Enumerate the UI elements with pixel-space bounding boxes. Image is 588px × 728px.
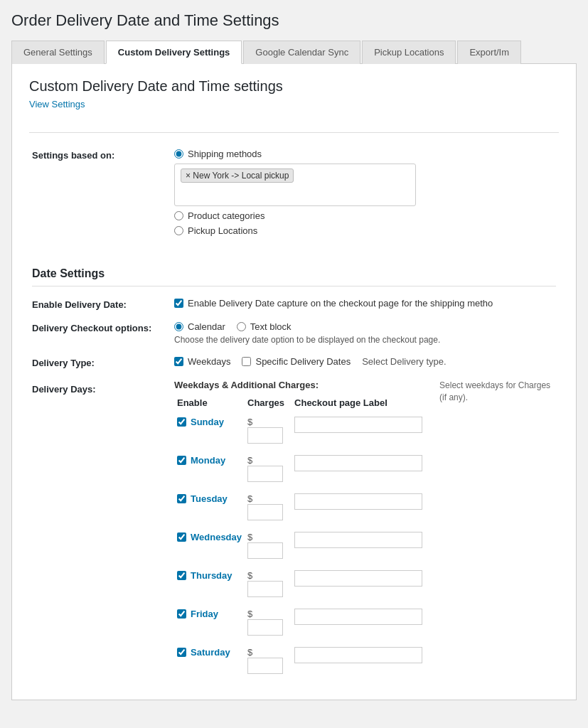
day-friday-label-input[interactable] — [294, 609, 422, 625]
table-row: Monday$ — [174, 449, 425, 488]
day-wednesday-checkbox[interactable] — [177, 532, 186, 542]
table-row: Wednesday$ — [174, 526, 425, 564]
date-settings-row: Date Settings — [29, 242, 559, 292]
day-wednesday-charge-input[interactable] — [247, 542, 283, 559]
enable-delivery-checkbox[interactable] — [174, 299, 183, 308]
specific-dates-checkbox[interactable] — [242, 357, 251, 366]
day-sunday-label-cell — [292, 411, 425, 449]
day-monday-charge-input[interactable] — [247, 466, 283, 482]
day-monday-label-input[interactable] — [294, 455, 422, 471]
dollar-sign-icon: $ — [247, 417, 252, 427]
day-sunday-checkbox-label[interactable]: Sunday — [177, 417, 242, 427]
day-wednesday-checkbox-label[interactable]: Wednesday — [177, 532, 242, 542]
day-tuesday-charge-cell: $ — [245, 488, 292, 526]
day-thursday-label-input[interactable] — [294, 570, 422, 587]
day-monday-label-cell — [292, 449, 425, 488]
day-thursday-charge-input[interactable] — [247, 581, 283, 597]
shipping-tag: × New York -> Local pickup — [181, 168, 294, 183]
view-settings-link[interactable]: View Settings — [29, 99, 85, 109]
col-charges: Charges — [245, 395, 292, 411]
day-wednesday-charge-cell: $ — [245, 526, 292, 564]
day-friday-charge-cell: $ — [245, 603, 292, 641]
day-friday-label: Friday — [191, 609, 218, 619]
dollar-sign-icon: $ — [247, 455, 252, 466]
shipping-methods-radio[interactable] — [174, 149, 183, 159]
shipping-methods-radio-item[interactable]: Shipping methods — [174, 149, 556, 159]
calendar-radio[interactable] — [174, 322, 183, 331]
day-tuesday-checkbox-label[interactable]: Tuesday — [177, 493, 242, 504]
table-row: Saturday$ — [174, 641, 425, 680]
day-tuesday-charge-input[interactable] — [247, 504, 283, 520]
day-tuesday-checkbox[interactable] — [177, 494, 186, 503]
tab-google-calendar[interactable]: Google Calendar Sync — [243, 41, 360, 64]
tab-custom-delivery[interactable]: Custom Delivery Settings — [106, 41, 242, 64]
col-label: Checkout page Label — [292, 395, 425, 411]
product-categories-label: Product categories — [188, 210, 264, 221]
table-row: Sunday$ — [174, 411, 425, 449]
settings-based-on-value: Shipping methods × New York -> Local pic… — [171, 143, 559, 242]
settings-based-on-label: Settings based on: — [29, 143, 171, 242]
day-friday-checkbox-label[interactable]: Friday — [177, 609, 242, 619]
product-categories-radio-item[interactable]: Product categories — [174, 210, 556, 221]
day-monday-checkbox[interactable] — [177, 456, 186, 465]
specific-dates-checkbox-item[interactable]: Specific Delivery Dates — [242, 356, 351, 367]
day-tuesday-label: Tuesday — [191, 493, 228, 504]
checkout-options-row: Calendar Text block — [174, 321, 556, 332]
day-saturday-label-cell — [292, 641, 425, 680]
delivery-checkout-row: Delivery Checkout options: Calendar Text… — [29, 316, 559, 350]
day-thursday-charge-cell: $ — [245, 564, 292, 603]
tab-pickup-locations[interactable]: Pickup Locations — [362, 41, 456, 64]
day-monday-checkbox-label[interactable]: Monday — [177, 455, 242, 466]
day-monday-label: Monday — [191, 455, 225, 466]
pickup-locations-radio[interactable] — [174, 226, 183, 235]
enable-delivery-value: Enable Delivery Date capture on the chec… — [171, 292, 559, 316]
text-block-radio-item[interactable]: Text block — [237, 321, 292, 332]
day-thursday-checkbox-label[interactable]: Thursday — [177, 570, 242, 581]
enable-delivery-checkbox-item[interactable]: Enable Delivery Date capture on the chec… — [174, 298, 556, 309]
table-row: Friday$ — [174, 603, 425, 641]
tab-export[interactable]: Export/Im — [457, 41, 521, 64]
day-saturday-checkbox[interactable] — [177, 648, 186, 657]
day-thursday-checkbox[interactable] — [177, 571, 186, 580]
weekdays-table: Enable Charges Checkout page Label Sunda… — [174, 395, 425, 680]
day-sunday-label-input[interactable] — [294, 417, 422, 433]
shipping-methods-label: Shipping methods — [188, 149, 262, 159]
pickup-locations-radio-item[interactable]: Pickup Locations — [174, 225, 556, 236]
settings-table: Settings based on: Shipping methods × Ne… — [29, 143, 559, 685]
delivery-days-label: Delivery Days: — [29, 374, 171, 685]
weekdays-outer: Weekdays & Additional Charges: Enable Ch… — [174, 380, 556, 680]
page-title: Order Delivery Date and Time Settings — [11, 11, 577, 30]
delivery-checkout-label: Delivery Checkout options: — [29, 316, 171, 350]
day-friday-checkbox[interactable] — [177, 609, 186, 619]
weekdays-checkbox[interactable] — [174, 357, 183, 366]
dollar-sign-icon: $ — [247, 647, 252, 658]
product-categories-radio[interactable] — [174, 211, 183, 220]
day-friday-label-cell — [292, 603, 425, 641]
specific-dates-label: Specific Delivery Dates — [255, 356, 351, 367]
content-area: Custom Delivery Date and Time settings V… — [11, 64, 577, 700]
tabs-bar: General Settings Custom Delivery Setting… — [11, 40, 577, 64]
weekdays-table-container: Weekdays & Additional Charges: Enable Ch… — [174, 380, 425, 680]
day-sunday-checkbox[interactable] — [177, 417, 186, 427]
enable-delivery-text: Enable Delivery Date capture on the chec… — [188, 298, 493, 309]
calendar-radio-item[interactable]: Calendar — [174, 321, 225, 332]
dollar-sign-icon: $ — [247, 493, 252, 504]
settings-based-on-row: Settings based on: Shipping methods × Ne… — [29, 143, 559, 242]
text-block-radio[interactable] — [237, 322, 246, 331]
table-row: Tuesday$ — [174, 488, 425, 526]
day-tuesday-label-cell — [292, 488, 425, 526]
shipping-tag-input-area[interactable]: × New York -> Local pickup — [174, 164, 416, 206]
day-tuesday-label-input[interactable] — [294, 493, 422, 510]
day-saturday-checkbox-label[interactable]: Saturday — [177, 647, 242, 658]
tab-general[interactable]: General Settings — [11, 41, 105, 64]
day-thursday-label-cell — [292, 564, 425, 603]
delivery-type-label: Delivery Type: — [29, 350, 171, 374]
day-saturday-label-input[interactable] — [294, 647, 422, 663]
day-friday-charge-input[interactable] — [247, 619, 283, 636]
day-saturday-charge-input[interactable] — [247, 658, 283, 674]
day-sunday-charge-input[interactable] — [247, 427, 283, 444]
delivery-type-options: Weekdays Specific Delivery Dates Select … — [174, 356, 556, 367]
day-saturday-charge-cell: $ — [245, 641, 292, 680]
day-wednesday-label-input[interactable] — [294, 532, 422, 548]
weekdays-checkbox-item[interactable]: Weekdays — [174, 356, 230, 367]
